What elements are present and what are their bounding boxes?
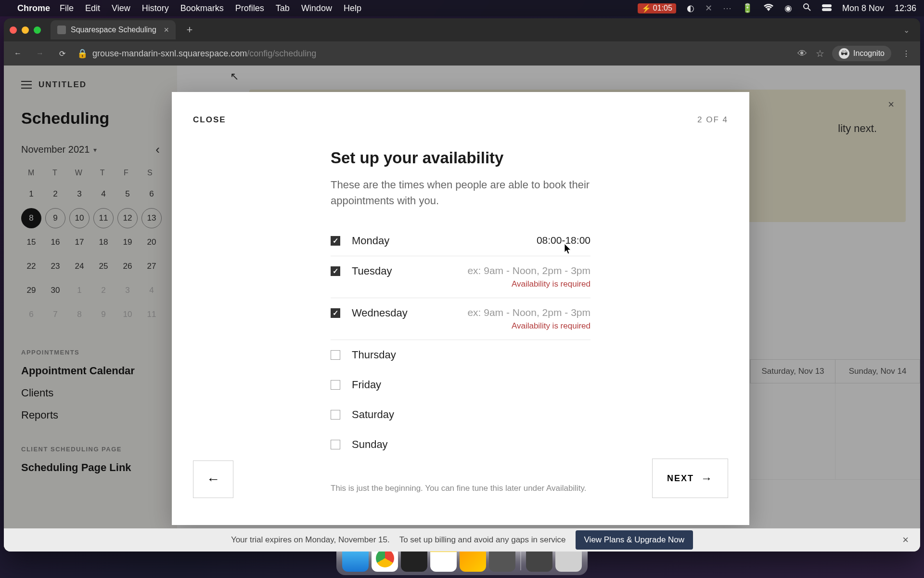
checkbox-thursday[interactable] xyxy=(331,350,340,360)
sidebar-link-appointment-calendar[interactable]: Appointment Calendar xyxy=(21,365,160,377)
calendar-day[interactable]: 9 xyxy=(93,304,114,325)
calendar-day[interactable]: 23 xyxy=(45,256,65,276)
checkbox-sunday[interactable] xyxy=(331,440,340,449)
calendar-day[interactable]: 2 xyxy=(45,184,65,204)
search-icon[interactable] xyxy=(803,3,811,14)
wifi-icon[interactable] xyxy=(763,3,774,13)
calendar-day[interactable]: 3 xyxy=(69,184,90,204)
browser-menu-button[interactable]: ⋮ xyxy=(899,46,913,61)
prev-month-icon[interactable]: ‹ xyxy=(155,142,160,157)
menubar-time[interactable]: 12:36 xyxy=(895,3,916,13)
upgrade-button[interactable]: View Plans & Upgrade Now xyxy=(576,530,693,550)
close-button[interactable]: CLOSE xyxy=(193,115,226,125)
checkbox-wednesday[interactable] xyxy=(331,308,340,318)
calendar-day[interactable]: 6 xyxy=(141,184,162,204)
battery-timer[interactable]: ⚡01:05 xyxy=(638,3,676,13)
calendar-day[interactable]: 11 xyxy=(93,208,114,228)
menu-tab[interactable]: Tab xyxy=(276,3,290,13)
reload-button[interactable]: ⟳ xyxy=(55,46,69,61)
checkbox-monday[interactable] xyxy=(331,236,340,246)
tracking-icon[interactable]: 👁 xyxy=(797,48,807,59)
window-close-button[interactable] xyxy=(10,26,17,34)
menu-help[interactable]: Help xyxy=(344,3,361,13)
calendar-day[interactable]: 29 xyxy=(21,280,41,301)
calendar-day[interactable]: 10 xyxy=(69,208,90,228)
calendar-day[interactable]: 4 xyxy=(93,184,114,204)
control-center-icon[interactable] xyxy=(822,3,832,13)
hamburger-icon[interactable] xyxy=(21,81,32,89)
menu-history[interactable]: History xyxy=(142,3,169,13)
forward-button[interactable]: → xyxy=(33,46,47,61)
menu-view[interactable]: View xyxy=(112,3,130,13)
next-button[interactable]: NEXT → xyxy=(652,459,728,498)
status-icon-3[interactable]: ⋯ xyxy=(723,3,732,13)
menu-window[interactable]: Window xyxy=(301,3,332,13)
back-button[interactable]: ← xyxy=(11,46,25,61)
calendar-day[interactable]: 17 xyxy=(69,232,90,252)
checkbox-friday[interactable] xyxy=(331,380,340,390)
user-icon[interactable]: ◉ xyxy=(784,3,792,13)
back-button-modal[interactable]: ← xyxy=(193,460,233,498)
checkbox-tuesday[interactable] xyxy=(331,266,340,276)
calendar-day[interactable]: 22 xyxy=(21,256,41,276)
sidebar-link-clients[interactable]: Clients xyxy=(21,387,160,399)
month-label[interactable]: November 2021 xyxy=(21,144,90,155)
calendar-day[interactable]: 20 xyxy=(141,232,162,252)
calendar-day[interactable]: 15 xyxy=(21,232,41,252)
calendar-day[interactable]: 8 xyxy=(21,208,41,228)
status-icon-1[interactable]: ◐ xyxy=(687,3,694,13)
calendar-day[interactable]: 5 xyxy=(117,184,138,204)
sidebar-link-scheduling-page[interactable]: Scheduling Page Link xyxy=(21,461,160,474)
week-col-sun[interactable]: Sunday, Nov 14 xyxy=(835,360,920,383)
calendar-day[interactable]: 13 xyxy=(141,208,162,228)
calendar-day[interactable]: 16 xyxy=(45,232,65,252)
checkbox-saturday[interactable] xyxy=(331,410,340,420)
incognito-badge[interactable]: 🕶 Incognito xyxy=(832,46,891,61)
month-dropdown-icon[interactable]: ▾ xyxy=(93,146,97,154)
sidebar-link-reports[interactable]: Reports xyxy=(21,409,160,421)
calendar-day[interactable]: 19 xyxy=(117,232,138,252)
calendar-day[interactable]: 6 xyxy=(21,304,41,325)
menu-file[interactable]: File xyxy=(60,3,74,13)
status-icon-2[interactable]: ✕ xyxy=(705,3,712,13)
menubar-date[interactable]: Mon 8 Nov xyxy=(842,3,884,13)
app-name[interactable]: Chrome xyxy=(17,3,50,13)
calendar-day[interactable]: 1 xyxy=(69,280,90,301)
calendar-day[interactable]: 18 xyxy=(93,232,114,252)
calendar-day[interactable]: 9 xyxy=(45,208,65,228)
browser-tab[interactable]: Squarespace Scheduling × xyxy=(51,20,176,39)
week-cell[interactable] xyxy=(835,383,920,480)
site-name[interactable]: UNTITLED xyxy=(38,80,87,90)
tab-close-icon[interactable]: × xyxy=(164,25,169,35)
menu-profiles[interactable]: Profiles xyxy=(235,3,264,13)
calendar-day[interactable]: 27 xyxy=(141,256,162,276)
time-input[interactable]: 08:00-18:00 xyxy=(537,235,590,246)
week-col-sat[interactable]: Saturday, Nov 13 xyxy=(750,360,835,383)
battery-icon[interactable]: 🔋 xyxy=(742,3,753,13)
window-maximize-button[interactable] xyxy=(34,26,41,34)
calendar-day[interactable]: 1 xyxy=(21,184,41,204)
calendar-day[interactable]: 4 xyxy=(141,280,162,301)
bookmark-star-icon[interactable]: ☆ xyxy=(816,48,824,59)
week-cell[interactable] xyxy=(750,383,835,480)
time-input[interactable]: ex: 9am - Noon, 2pm - 3pm xyxy=(467,307,590,318)
calendar-day[interactable]: 25 xyxy=(93,256,114,276)
calendar-day[interactable]: 3 xyxy=(117,280,138,301)
calendar-day[interactable]: 7 xyxy=(45,304,65,325)
calendar-day[interactable]: 24 xyxy=(69,256,90,276)
calendar-day[interactable]: 8 xyxy=(69,304,90,325)
tab-list-dropdown[interactable]: ⌄ xyxy=(898,26,914,35)
calendar-day[interactable]: 30 xyxy=(45,280,65,301)
calendar-day[interactable]: 10 xyxy=(117,304,138,325)
menu-bookmarks[interactable]: Bookmarks xyxy=(180,3,224,13)
calendar-day[interactable]: 2 xyxy=(93,280,114,301)
calendar-day[interactable]: 11 xyxy=(141,304,162,325)
banner-close-icon[interactable]: × xyxy=(888,98,894,111)
calendar-day[interactable]: 26 xyxy=(117,256,138,276)
calendar-day[interactable]: 12 xyxy=(117,208,138,228)
new-tab-button[interactable]: + xyxy=(182,24,197,36)
trial-close-icon[interactable]: × xyxy=(902,534,909,546)
address-bar[interactable]: 🔒 grouse-mandarin-sxnl.squarespace.com/c… xyxy=(77,48,790,59)
time-input[interactable]: ex: 9am - Noon, 2pm - 3pm xyxy=(467,265,590,276)
menu-edit[interactable]: Edit xyxy=(85,3,100,13)
